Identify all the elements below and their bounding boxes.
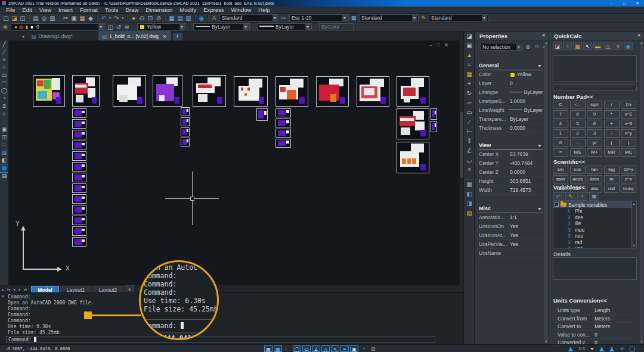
selection-combo[interactable]: No selection — [480, 43, 523, 51]
menu-item[interactable]: Help — [255, 7, 274, 13]
linetype-combo[interactable]: ByLayer — [193, 23, 250, 30]
variable-row[interactable]: X rad — [553, 239, 636, 246]
numpad-button[interactable]: / — [604, 101, 620, 109]
edit-variable-icon[interactable]: ✎ — [565, 192, 575, 201]
snap-toggle[interactable]: ▦ — [264, 345, 273, 352]
variable-row[interactable]: X ille — [553, 220, 636, 227]
grid-toggle[interactable]: ▥ — [274, 345, 282, 352]
revcloud-icon[interactable]: ◌ — [0, 118, 8, 126]
numpad-button[interactable]: sqrt — [587, 101, 602, 109]
new-icon[interactable]: ▢ — [2, 14, 10, 22]
menu-item[interactable]: Tools — [101, 7, 122, 13]
layer-combo[interactable]: ●◍▮■ 0 — [11, 23, 105, 30]
layout-tab[interactable]: Model — [31, 286, 59, 293]
doc-minimize-icon[interactable]: – — [429, 42, 432, 48]
extend-icon[interactable]: ⊢ — [464, 127, 475, 136]
array-icon[interactable]: ▦ — [464, 70, 475, 79]
numpad-button[interactable]: C — [553, 101, 568, 109]
properties-scrollbar[interactable]: ▲▼ — [544, 41, 548, 344]
numpad-button[interactable]: 1/x — [621, 101, 636, 109]
layer-manager-icon[interactable]: ≣ — [1, 23, 10, 31]
fillet-icon[interactable]: ◡ — [464, 155, 475, 165]
layer-states-icon[interactable]: ≣ — [123, 23, 131, 31]
layer-color-chip[interactable]: ■ — [29, 24, 35, 30]
menu-item[interactable]: Window — [228, 7, 255, 13]
variables-tree[interactable]: − Sample variables k Phi X dee X ille — [553, 201, 637, 248]
hatch-icon[interactable]: ▨ — [0, 149, 8, 157]
line-icon[interactable]: ╱ — [0, 41, 8, 48]
ducs-toggle[interactable]: △ — [321, 345, 330, 352]
plot-icon[interactable]: ▤ — [32, 14, 40, 22]
dyn-toggle[interactable]: ↖ — [331, 345, 339, 352]
scientific-button[interactable]: asin — [553, 175, 568, 183]
arc-icon[interactable]: ◠ — [0, 79, 8, 87]
menu-item[interactable]: Edit — [18, 7, 35, 13]
help-icon[interactable]: ◉ — [624, 42, 633, 50]
property-row[interactable]: UcsPerVie... Yes — [479, 240, 543, 249]
pan-icon[interactable]: ● — [129, 14, 138, 22]
measure-distance-icon[interactable]: ▬ — [593, 42, 602, 50]
numpad-button[interactable]: 9 — [587, 110, 602, 119]
measure-angle-icon[interactable]: △ — [603, 42, 612, 50]
style-combo[interactable]: Standard — [219, 14, 279, 21]
chevron-down-icon[interactable] — [342, 15, 348, 21]
offset-icon[interactable]: ≈ — [464, 60, 475, 70]
chevron-down-icon[interactable] — [305, 24, 311, 30]
undo-dropdown-icon[interactable]: ▾ — [108, 14, 112, 22]
annotation-scale[interactable]: 1:1 — [578, 346, 585, 351]
property-row[interactable]: Center Y -400.7484 — [479, 159, 543, 168]
polygon-icon[interactable]: ⌂ — [0, 64, 8, 71]
copy-icon[interactable]: ▣ — [464, 41, 475, 51]
menu-item[interactable]: Format — [76, 7, 101, 13]
annotation-all-icon[interactable] — [609, 347, 614, 351]
window-minimize-button[interactable]: – — [605, 1, 618, 6]
command-input[interactable]: Command: — [6, 336, 435, 343]
region-icon[interactable]: ▤ — [0, 172, 8, 180]
variable-row[interactable]: X dee — [553, 214, 636, 221]
tree-scrollbar[interactable]: ▲▼ — [631, 201, 636, 248]
property-row[interactable]: Thickness 0.0000 — [479, 124, 543, 133]
numpad-button[interactable]: 0 — [553, 139, 568, 147]
scientific-button[interactable]: cos — [570, 166, 586, 174]
select-objects-icon[interactable]: ⊙ — [533, 43, 540, 50]
numpad-button[interactable]: <-- — [570, 101, 586, 109]
numpad-button[interactable]: x^y — [621, 129, 636, 138]
chevron-down-icon[interactable] — [412, 15, 417, 21]
numpad-button[interactable]: MR — [604, 148, 620, 157]
open-icon[interactable]: ◪ — [10, 14, 18, 22]
circle-icon[interactable]: ◯ — [0, 87, 8, 95]
numpad-button[interactable]: = — [553, 148, 568, 157]
table-icon[interactable]: ▤ — [176, 14, 184, 22]
numpad-button[interactable]: 4 — [553, 120, 568, 128]
close-icon[interactable]: ✕ — [541, 33, 546, 38]
matchprop-icon[interactable]: ◆ — [86, 14, 95, 22]
erase-icon[interactable]: ◪ — [464, 32, 475, 41]
save-icon[interactable]: ◫ — [18, 14, 27, 22]
paste-to-command-icon[interactable]: ▦ — [573, 42, 582, 50]
style-combo[interactable]: Standard — [359, 14, 419, 21]
color-combo[interactable]: Yellow — [137, 23, 186, 30]
draworder-front-icon[interactable]: ▩ — [464, 179, 475, 189]
scientific-button[interactable]: log — [604, 166, 620, 174]
insert-block-icon[interactable]: ◫ — [0, 133, 8, 141]
layer-lock-icon[interactable]: ▮ — [24, 24, 29, 30]
zoom-window-icon[interactable]: ⊡ — [146, 14, 154, 22]
numpad-button[interactable]: MC — [621, 148, 636, 157]
window-maximize-button[interactable]: □ — [618, 1, 631, 6]
clear-icon[interactable]: ◪ — [553, 42, 562, 50]
menu-item[interactable]: File — [2, 7, 18, 13]
scientific-button[interactable]: sin — [553, 166, 568, 174]
layout-nav-icon[interactable]: ▸| — [23, 287, 29, 291]
property-row[interactable]: UcsIconOn Yes — [479, 222, 543, 231]
numpad-button[interactable]: 5 — [570, 120, 586, 128]
copy-icon[interactable]: ▣ — [70, 14, 78, 22]
toggle-pickadd-icon[interactable]: ◎ — [525, 43, 531, 50]
rotate-icon[interactable]: ↻ — [464, 89, 475, 98]
paste-icon[interactable]: ▦ — [78, 14, 86, 22]
lineweight-combo[interactable]: ByLayer — [257, 23, 312, 30]
doc-tab-dropdown-icon[interactable]: ▾ — [19, 33, 27, 41]
chevron-down-icon[interactable] — [243, 24, 249, 30]
layout-nav-icon[interactable]: |◂ — [5, 287, 12, 291]
calculator-icon[interactable]: ▦ — [589, 192, 599, 201]
scientific-label[interactable]: Scientific<< — [553, 158, 585, 165]
